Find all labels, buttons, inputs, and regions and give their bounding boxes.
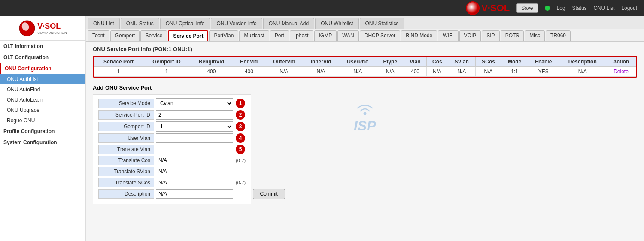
sub-tab-bind-mode[interactable]: BIND Mode xyxy=(401,30,437,41)
logout-link[interactable]: Logout xyxy=(621,5,637,11)
cell-svlan: N/A xyxy=(448,67,475,77)
sub-tab-tr069[interactable]: TR069 xyxy=(546,30,571,41)
tab-onu-optical-info[interactable]: ONU Optical Info xyxy=(160,18,210,29)
step-badge-1: 1 xyxy=(236,99,245,108)
badge-2: 2 xyxy=(236,110,245,120)
commit-button[interactable]: Commit xyxy=(253,189,285,199)
sub-tab-portvlan[interactable]: PortVlan xyxy=(209,30,238,41)
status-link[interactable]: Status xyxy=(572,5,587,11)
status-indicator xyxy=(545,6,550,11)
onu-list-header-link[interactable]: ONU List xyxy=(594,5,615,11)
cell-innervid: N/A xyxy=(303,67,339,77)
sidebar-item-onu-configuration[interactable]: ONU Configuration xyxy=(0,63,85,74)
translate-svlan-row: Translate SVlan xyxy=(98,167,246,176)
tab-onu-statistics[interactable]: ONU Statistics xyxy=(360,18,404,29)
main-tab-bar: ONU List ONU Status ONU Optical Info ONU… xyxy=(86,16,644,29)
col-endvid: EndVid xyxy=(233,57,265,67)
col-description: Description xyxy=(559,57,606,67)
description-input[interactable] xyxy=(156,189,233,199)
col-enable: Enable xyxy=(528,57,559,67)
col-mode: Mode xyxy=(501,57,528,67)
sub-tab-bar: Tcont Gemport Service Service Port PortV… xyxy=(86,29,644,42)
cell-outervid: N/A xyxy=(265,67,303,77)
save-button[interactable]: Save xyxy=(516,3,538,13)
sub-tab-sip[interactable]: SIP xyxy=(482,30,499,41)
translate-cos-input[interactable] xyxy=(156,156,233,165)
service-mode-label: Service Mode xyxy=(98,99,154,108)
step-badge-4: 4 xyxy=(236,133,245,143)
delete-button[interactable]: Delete xyxy=(614,69,629,75)
service-port-id-input[interactable] xyxy=(156,110,233,120)
col-innervid: InnerVid xyxy=(303,57,339,67)
col-gemport-id: Gemport ID xyxy=(143,57,190,67)
step-badge-2: 2 xyxy=(236,110,245,120)
sub-tab-wifi[interactable]: WIFI xyxy=(438,30,458,41)
main-area: ONU List ONU Status ONU Optical Info ONU… xyxy=(86,16,644,241)
sidebar-item-onu-autolearn[interactable]: ONU AutoLearn xyxy=(0,95,85,105)
sub-tab-dhcp-server[interactable]: DHCP Server xyxy=(360,30,400,41)
sidebar-item-olt-configuration[interactable]: OLT Configuration xyxy=(0,52,85,63)
sub-tab-service[interactable]: Service xyxy=(140,30,167,41)
isp-text: ISP xyxy=(354,118,376,134)
tab-onu-version-info[interactable]: ONU Version Info xyxy=(211,18,262,29)
sidebar-item-profile-configuration[interactable]: Profile Configuration xyxy=(0,126,85,137)
translate-scos-note: (0-7) xyxy=(236,180,246,185)
user-vlan-label: User Vlan xyxy=(98,133,154,143)
tab-onu-whitelist[interactable]: ONU Whitelist xyxy=(315,18,358,29)
cell-vlan: 400 xyxy=(404,67,426,77)
description-row: Description xyxy=(98,189,246,199)
gemport-id-select[interactable]: 1 2 3 xyxy=(156,121,233,132)
header-links: Save Log Status ONU List Logout xyxy=(516,3,637,13)
sub-tab-iphost[interactable]: Iphost xyxy=(290,30,313,41)
step-badge-3: 3 xyxy=(236,122,245,131)
sub-tab-wan[interactable]: WAN xyxy=(337,30,359,41)
layout: V·SOL COMMUNICATION OLT Information OLT … xyxy=(0,16,644,241)
sidebar-item-onu-autofind[interactable]: ONU AutoFind xyxy=(0,84,85,95)
service-mode-select[interactable]: Cvlan Transparent Tag xyxy=(156,98,233,108)
translate-vlan-input[interactable] xyxy=(156,145,233,154)
sub-tab-port[interactable]: Port xyxy=(270,30,289,41)
add-area: Add ONU Service Port Service Mode Cvlan … xyxy=(93,84,637,204)
header: V·SOL Save Log Status ONU List Logout xyxy=(0,0,644,16)
sub-tab-voip[interactable]: VOIP xyxy=(459,30,481,41)
sidebar-item-system-configuration[interactable]: System Configuration xyxy=(0,137,85,148)
sub-tab-igmp[interactable]: IGMP xyxy=(314,30,337,41)
sub-tab-multicast[interactable]: Multicast xyxy=(239,30,269,41)
translate-vlan-row: Translate Vlan 5 xyxy=(98,145,246,154)
log-link[interactable]: Log xyxy=(557,5,565,11)
sub-tab-gemport[interactable]: Gemport xyxy=(110,30,140,41)
sub-tab-pots[interactable]: POTS xyxy=(501,30,524,41)
translate-svlan-label: Translate SVlan xyxy=(98,167,154,176)
col-scos: SCos xyxy=(475,57,501,67)
translate-scos-input[interactable] xyxy=(156,178,233,187)
sidebar-item-onu-upgrade[interactable]: ONU Upgrade xyxy=(0,105,85,115)
col-vlan: Vlan xyxy=(404,57,426,67)
add-section-title: Add ONU Service Port xyxy=(93,84,285,91)
tab-onu-list[interactable]: ONU List xyxy=(88,18,120,29)
user-vlan-input[interactable] xyxy=(156,133,233,143)
sidebar-item-rogue-onu[interactable]: Rogue ONU xyxy=(0,115,85,126)
badge-5: 5 xyxy=(236,145,245,154)
cell-gemport-id: 1 xyxy=(143,67,190,77)
service-port-id-label: Service-Port ID xyxy=(98,110,154,120)
sub-tab-misc[interactable]: Misc xyxy=(525,30,545,41)
sidebar-item-onu-authlist[interactable]: ONU AuthList xyxy=(0,74,85,84)
tab-onu-manual-add[interactable]: ONU Manual Add xyxy=(263,18,314,29)
tab-onu-status[interactable]: ONU Status xyxy=(121,18,159,29)
cell-action: Delete xyxy=(606,67,636,77)
col-action: Action xyxy=(606,57,636,67)
translate-cos-note: (0-7) xyxy=(236,158,246,163)
logo-ball xyxy=(466,1,480,15)
description-label: Description xyxy=(98,189,154,199)
sub-tab-service-port[interactable]: Service Port xyxy=(168,30,208,41)
cell-scos: N/A xyxy=(475,67,501,77)
sub-tab-tcont[interactable]: Tcont xyxy=(88,30,109,41)
col-service-port: Service Port xyxy=(94,57,143,67)
step-badge-5: 5 xyxy=(236,145,245,154)
translate-cos-row: Translate Cos (0-7) xyxy=(98,156,246,165)
cell-mode: 1:1 xyxy=(501,67,528,77)
cell-benginvid: 400 xyxy=(190,67,233,77)
translate-svlan-input[interactable] xyxy=(156,167,233,176)
sidebar-logo-text: V·SOL xyxy=(37,22,67,31)
sidebar-item-olt-information[interactable]: OLT Information xyxy=(0,41,85,52)
